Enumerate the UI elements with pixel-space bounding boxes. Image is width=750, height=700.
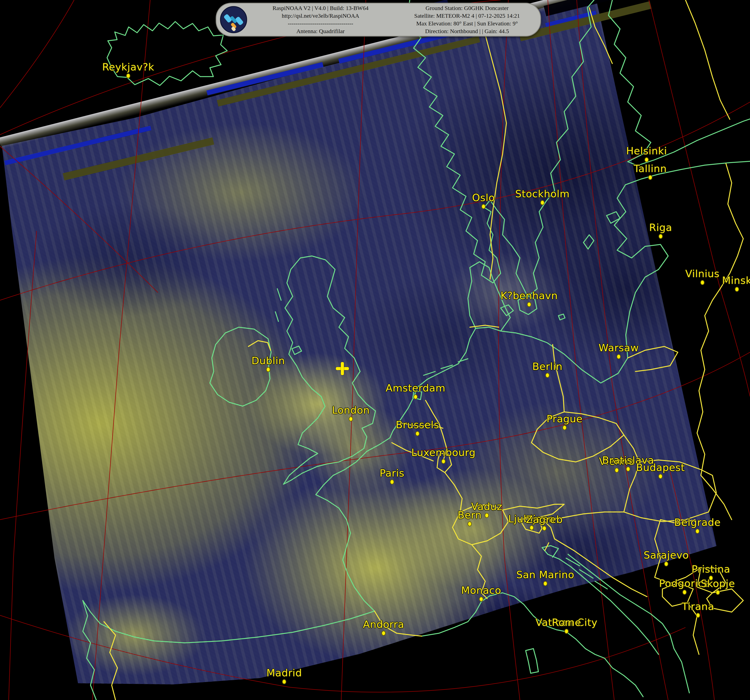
city-marker-dot xyxy=(659,234,663,239)
city-label: Warsaw xyxy=(599,342,639,353)
city-marker-dot xyxy=(545,373,550,378)
city-marker-dot xyxy=(441,459,446,464)
city-marker-dot xyxy=(527,302,531,307)
city-label: K?benhavn xyxy=(501,290,558,301)
city-marker-dot xyxy=(542,526,547,531)
banner-line: Satellite: METEOR-M2 4 | 07-12-2025 14:2… xyxy=(394,12,540,20)
city-marker-dot xyxy=(716,590,720,595)
city-label: Rome xyxy=(552,617,581,628)
city-label: Amsterdam xyxy=(386,382,446,394)
city-label: Skopje xyxy=(701,578,735,589)
city-label: Bern xyxy=(458,509,482,521)
city-marker-dot xyxy=(530,525,534,530)
city-label: Helsinki xyxy=(626,145,667,157)
city-marker-dot xyxy=(543,581,547,586)
city-marker-dot xyxy=(700,280,705,285)
banner-line: RaspiNOAA V2 | V4.0 | Build: 13-BW64 xyxy=(247,4,394,12)
city-marker-dot xyxy=(658,474,662,479)
city-label: Luxembourg xyxy=(411,447,476,458)
city-label: Berlin xyxy=(532,361,562,372)
city-marker-dot xyxy=(615,468,619,473)
city-marker-dot xyxy=(485,513,489,518)
city-label: Riga xyxy=(649,222,672,233)
city-marker-dot xyxy=(648,175,652,180)
city-label: Sarajevo xyxy=(644,549,689,561)
banner-left-column: RaspiNOAA V2 | V4.0 | Build: 13-BW64 htt… xyxy=(247,4,394,35)
banner-separator: ---------------------------------- xyxy=(247,20,394,27)
city-label: Pristina xyxy=(692,563,730,575)
city-marker-dot xyxy=(390,479,394,484)
city-label: Belgrade xyxy=(674,517,721,528)
city-marker-dot xyxy=(564,629,569,634)
city-label: Reykjav?k xyxy=(102,61,154,73)
banner-line: Ground Station: G0GHK Doncaster xyxy=(394,4,540,12)
cross-bar xyxy=(341,362,344,375)
city-label: Stockholm xyxy=(515,188,570,200)
city-label: Monaco xyxy=(461,585,501,596)
city-label: Madrid xyxy=(266,667,302,679)
city-marker-dot xyxy=(479,597,483,602)
city-marker-dot xyxy=(626,467,630,471)
city-marker-dot xyxy=(540,200,544,205)
city-marker-dot xyxy=(735,287,739,292)
city-label: Paris xyxy=(380,467,404,479)
raspinoaa-capture-screen: Reykjav?kOsloStockholmHelsinkiTallinnRig… xyxy=(0,0,750,700)
city-marker-dot xyxy=(415,431,420,436)
city-marker-dot xyxy=(381,631,386,636)
banner-line: Antenna: Quadrifilar xyxy=(247,27,394,35)
city-marker-dot xyxy=(481,204,486,209)
banner-right-column: Ground Station: G0GHK Doncaster Satellit… xyxy=(394,4,540,35)
banner-line: Max Elevation: 80° East | Sun Elevation:… xyxy=(394,20,540,27)
city-marker-dot xyxy=(126,73,131,78)
city-marker-dot xyxy=(695,529,699,534)
city-label: Zagreb xyxy=(526,514,563,525)
banner-line: http://qsl.net/ve3elb/RaspiNOAA xyxy=(247,12,394,20)
city-label: Oslo xyxy=(472,192,495,203)
city-label: Andorra xyxy=(363,619,404,630)
city-marker-dot xyxy=(266,367,270,372)
country-borders xyxy=(104,0,743,700)
city-label: Brussels xyxy=(396,419,439,431)
city-marker-dot xyxy=(413,395,418,399)
city-label: Budapest xyxy=(636,462,685,473)
coastlines xyxy=(83,0,750,700)
city-marker-dot xyxy=(696,613,700,618)
city-marker-dot xyxy=(664,562,669,566)
city-marker-dot xyxy=(682,590,687,595)
city-label: Vilnius xyxy=(685,268,719,279)
city-marker-dot xyxy=(467,521,472,527)
city-marker-dot xyxy=(644,157,649,162)
raspinoaa-logo-icon xyxy=(220,6,247,33)
city-label: Dublin xyxy=(252,355,285,367)
city-label: Prague xyxy=(547,413,582,425)
city-marker-dot xyxy=(282,679,286,684)
city-label: Minsk xyxy=(722,275,750,286)
banner-line: Direction: Northbound | | Gain: 44.5 xyxy=(394,27,540,35)
city-marker-dot xyxy=(562,425,567,430)
city-label: Tallinn xyxy=(634,163,667,174)
city-marker-dot xyxy=(349,416,353,422)
city-label: Tirana xyxy=(682,601,715,612)
info-banner: RaspiNOAA V2 | V4.0 | Build: 13-BW64 htt… xyxy=(216,3,541,37)
city-label: London xyxy=(332,404,370,416)
city-marker-dot xyxy=(616,354,621,359)
city-label: San Marino xyxy=(516,569,575,580)
